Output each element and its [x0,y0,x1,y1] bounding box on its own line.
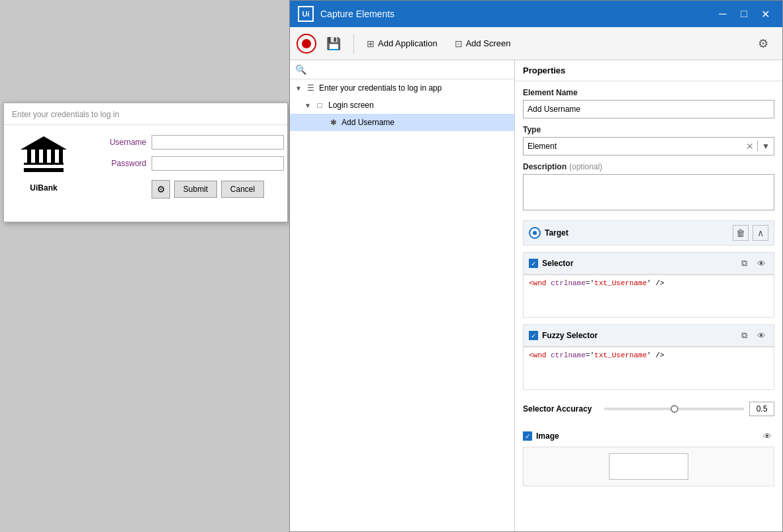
svg-point-9 [42,138,46,142]
target-header: Target 🗑 ∧ [524,221,774,245]
add-application-icon: ⊞ [367,38,375,49]
toolbar: 💾 ⊞ Add Application ⊡ Add Screen ⚙ [290,27,782,60]
login-window: Enter your credentials to log in [3,103,288,222]
target-delete-button[interactable]: 🗑 [733,225,749,241]
bank-name: UiBank [30,183,57,193]
tree-panel: 🔍 ▼ ☰ Enter your credentials to log in a… [290,60,515,531]
description-optional: (optional) [569,162,602,171]
accuracy-row: Selector Accuracy 0.5 [523,396,774,421]
svg-rect-3 [35,150,39,163]
tree-toggle-element [316,118,326,127]
element-name-input[interactable] [523,100,774,118]
gear-icon: ⚙ [758,36,768,51]
svg-rect-5 [51,150,55,163]
accuracy-label: Selector Accuracy [523,404,599,414]
selector-code-box: <wnd ctrlname='txt_Username' /> [523,275,774,318]
app-node-icon: ☰ [304,82,316,94]
settings-button[interactable]: ⚙ [152,180,170,199]
image-header: ✓ Image 👁 [523,425,774,447]
content-area: 🔍 ▼ ☰ Enter your credentials to log in a… [290,60,782,531]
element-node-label: Add Username [342,118,394,127]
svg-rect-2 [27,150,31,163]
username-label: Username [97,138,146,147]
fuzzy-selector-checkbox[interactable]: ✓ [529,331,538,340]
close-button[interactable]: ✕ [756,5,774,23]
image-eye-button[interactable]: 👁 [760,429,774,443]
image-label: Image [536,431,559,441]
capture-elements-window: Ui Capture Elements ─ □ ✕ 💾 ⊞ Add Applic… [289,0,783,532]
tree-search-input[interactable] [310,65,509,74]
fuzzy-selector-header: ✓ Fuzzy Selector ⧉ 👁 [523,324,774,347]
type-select-clear[interactable]: ✕ [742,141,758,152]
tree-item-element[interactable]: ✱ Add Username [290,114,514,131]
type-label: Type [523,125,774,134]
svg-rect-0 [24,168,64,172]
image-inner-box [609,453,688,480]
record-button[interactable] [297,34,316,54]
fuzzy-selector-copy-button[interactable]: ⧉ [737,328,751,343]
submit-button[interactable]: Submit [174,181,217,198]
selector-label: Selector [542,259,733,268]
accuracy-slider[interactable] [604,408,744,410]
app-icon: Ui [298,6,314,22]
type-select-value: Element [524,142,742,151]
description-textarea[interactable] [523,174,774,210]
password-label: Password [97,159,146,168]
window-title: Capture Elements [320,9,714,19]
type-select[interactable]: Element ✕ ▼ [523,137,774,155]
element-name-label: Element Name [523,88,774,97]
svg-rect-4 [43,150,47,163]
svg-rect-6 [59,150,63,163]
add-application-button[interactable]: ⊞ Add Application [359,32,445,56]
minimize-button[interactable]: ─ [714,5,732,23]
tree-content: ▼ ☰ Enter your credentials to log in app… [290,79,514,531]
target-collapse-button[interactable]: ∧ [753,225,768,241]
password-input[interactable] [152,156,284,171]
svg-rect-8 [24,163,64,165]
fuzzy-selector-eye-button[interactable]: 👁 [754,328,768,343]
maximize-button[interactable]: □ [735,5,753,23]
target-icon [529,227,541,239]
tree-search-bar: 🔍 [290,60,514,79]
image-box [523,447,774,486]
screen-node-label: Login screen [328,101,374,110]
fuzzy-selector-actions: ⧉ 👁 [737,328,768,343]
cancel-button[interactable]: Cancel [221,181,264,198]
selector-section: ✓ Selector ⧉ 👁 <wnd ctrlname='txt_Userna… [523,252,774,318]
record-dot [302,39,311,48]
selector-copy-button[interactable]: ⧉ [737,256,751,271]
element-node-icon: ✱ [327,116,339,128]
description-label: Description [523,162,567,171]
type-select-arrow[interactable]: ▼ [758,142,774,151]
title-bar: Ui Capture Elements ─ □ ✕ [290,1,782,27]
tree-toggle-app: ▼ [294,83,303,93]
properties-panel: Properties Element Name Type Element ✕ ▼… [515,60,782,531]
login-title: Enter your credentials to log in [4,103,287,125]
properties-content: Element Name Type Element ✕ ▼ Descriptio… [515,81,782,531]
accuracy-thumb[interactable] [670,405,678,413]
username-input[interactable] [152,135,284,150]
image-section: ✓ Image 👁 [523,425,774,486]
fuzzy-selector-label: Fuzzy Selector [542,331,733,340]
fuzzy-selector-section: ✓ Fuzzy Selector ⧉ 👁 <wnd ctrlname='txt_… [523,324,774,390]
save-button[interactable]: 💾 [319,32,348,56]
tree-item-screen[interactable]: ▼ □ Login screen [290,97,514,114]
target-section: Target 🗑 ∧ [523,220,774,245]
add-screen-icon: ⊡ [455,38,463,49]
fuzzy-selector-code-box: <wnd ctrlname='txt_Username' /> [523,347,774,390]
add-screen-button[interactable]: ⊡ Add Screen [447,32,518,56]
tree-item-app[interactable]: ▼ ☰ Enter your credentials to log in app [290,79,514,97]
accuracy-value: 0.5 [749,402,774,416]
settings-gear-button[interactable]: ⚙ [751,32,776,56]
selector-eye-button[interactable]: 👁 [754,256,768,271]
properties-header: Properties [515,60,782,81]
selector-checkbox[interactable]: ✓ [529,259,538,268]
bank-logo [17,135,70,177]
window-controls: ─ □ ✕ [714,5,774,23]
search-icon: 🔍 [295,64,306,75]
image-checkbox[interactable]: ✓ [523,431,532,441]
selector-header: ✓ Selector ⧉ 👁 [523,252,774,275]
toolbar-separator [353,34,354,54]
target-label: Target [545,228,729,238]
tree-toggle-screen: ▼ [303,101,312,110]
